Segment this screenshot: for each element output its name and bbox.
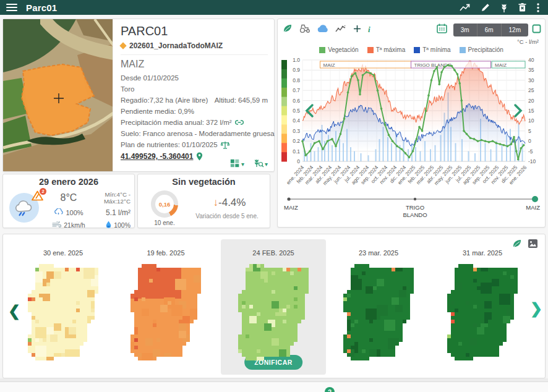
rain-probability: 100% [66, 209, 83, 216]
svg-text:40: 40 [528, 57, 534, 63]
crop-icon[interactable] [500, 3, 508, 12]
svg-text:-5: -5 [528, 148, 533, 155]
alert-count-badge: 2 [40, 188, 46, 195]
nutrient-plan-info: Plan de nutrientes: 01/10/2025 [121, 139, 218, 150]
weather-alert-icon[interactable]: 2 [32, 190, 45, 203]
crop-period-slider[interactable]: MAIZTRIGOBLANDOMAIZ [280, 194, 544, 224]
svg-text:1.0: 1.0 [293, 57, 300, 63]
current-temp: 8°C [46, 192, 91, 203]
vegetation-time-series-chart[interactable]: 0-100.1-50.200.350.4100.5150.6200.7250.8… [280, 55, 544, 192]
chevron-down-icon: ▾ [265, 161, 268, 168]
thumbnail-date: 23 mar. 2025 [332, 249, 425, 259]
ndvi-thumbnail[interactable]: 23 mar. 2025 [332, 249, 425, 373]
cloud-icon[interactable] [317, 24, 328, 35]
legend-tmax[interactable]: Tª máxima [367, 46, 406, 53]
calendar-icon[interactable] [437, 23, 447, 36]
thumbnail-date: 30 ene. 2025 [17, 249, 109, 259]
ndvi-thumbnail-selected[interactable]: 24 FEB. 2025 [227, 249, 320, 373]
svg-text:5: 5 [528, 128, 531, 134]
ndvi-thumbnail[interactable]: 30 ene. 2025 [17, 249, 109, 373]
soil-info: Suelo: Franco arenosa - Moderadamente gr… [121, 128, 275, 139]
svg-text:0: 0 [528, 138, 531, 144]
legend-precipitation[interactable]: Precipitación [460, 46, 503, 53]
leaf-icon[interactable] [283, 23, 293, 36]
menu-icon[interactable] [6, 4, 17, 11]
legend-swatch [414, 47, 420, 53]
app-header: Parc01 [0, 0, 548, 15]
svg-text:TRIGO: TRIGO [406, 204, 424, 211]
vegetation-change: -4.4% [218, 197, 246, 208]
legend-vegetation[interactable]: Vegetación [319, 46, 359, 53]
minmax-temp: Mín:4°C -Máx:12°C [91, 191, 131, 205]
crop-name: MAIZ [121, 59, 268, 70]
svg-text:0.6: 0.6 [293, 98, 300, 104]
svg-text:MAIZ: MAIZ [495, 62, 507, 68]
svg-text:10: 10 [528, 117, 534, 124]
annual-precipitation-info: Precipitación media anual: 372 l/m² [121, 117, 232, 128]
legend-swatch [460, 47, 466, 53]
wind-icon [52, 221, 61, 229]
rain-probability-icon [54, 208, 63, 217]
balance-scale-icon[interactable] [221, 141, 229, 149]
range-6m-button[interactable]: 6m [477, 23, 502, 36]
info-icon[interactable]: i [368, 25, 370, 35]
field-zones-icon[interactable]: ▾ [230, 159, 244, 168]
svg-text:BLANDO: BLANDO [403, 211, 427, 218]
delete-icon[interactable] [518, 3, 526, 12]
svg-text:0.7: 0.7 [293, 87, 300, 93]
extent-icon[interactable] [532, 24, 541, 36]
irrigation-info: Regadío:7,32 ha (Aire libre) [121, 95, 208, 106]
wind-speed: 21km/h [64, 221, 85, 229]
campaign-diamond-icon [119, 42, 126, 49]
legend-swatch [367, 47, 374, 53]
vegetation-gauge: 0,16 [151, 190, 178, 218]
svg-text:15: 15 [528, 108, 534, 114]
svg-text:0.3: 0.3 [293, 128, 300, 134]
app-title: Parc01 [26, 2, 57, 13]
vegetation-change-note: Variación desde 5 ene. [185, 213, 269, 219]
thumbnail-date: 31 mar. 2025 [436, 249, 529, 259]
ndvi-thumbnail[interactable]: 31 mar. 2025 [436, 249, 529, 373]
field-summary-card: PARC01 202601_JornadaTodoMAIZ MAIZ Desde… [2, 19, 275, 172]
plus-icon[interactable] [353, 24, 361, 35]
ndvi-thumbnail[interactable]: 19 feb. 2025 [119, 249, 212, 373]
more-icon[interactable] [537, 3, 539, 12]
chart-legend: Vegetación Tª máxima Tª mínima Precipita… [278, 46, 545, 53]
thumbnail-date: 19 feb. 2025 [119, 249, 212, 259]
coordinates-link[interactable]: 41.499529, -5.360401 [121, 151, 193, 162]
range-12m-button[interactable]: 12m [502, 23, 528, 36]
crop-since: Desde 01/10/2025 [121, 72, 179, 83]
svg-text:0.4: 0.4 [293, 117, 300, 124]
carousel-next-icon[interactable]: ❯ [530, 301, 542, 316]
stats-icon[interactable] [460, 3, 471, 12]
weather-date: 29 enero 2026 [3, 177, 134, 187]
line-chart-icon[interactable] [335, 24, 346, 35]
humidity: 100% [114, 221, 131, 229]
svg-text:20: 20 [528, 98, 534, 104]
svg-text:25: 25 [528, 87, 534, 93]
legend-swatch [319, 47, 325, 53]
weather-card: 29 enero 2026 2 8°C Mín:4°C -Máx:12°C 10… [2, 174, 135, 228]
vegetation-chart-card: i 3m 6m 12m °C - l/m² Vegetación Tª máxi… [277, 19, 546, 228]
vegetation-date: 10 ene. [150, 219, 179, 226]
edit-icon[interactable] [481, 3, 490, 12]
link-icon[interactable] [235, 119, 244, 126]
altitude-info: Altitud: 645,59 m [215, 95, 268, 106]
location-pin-icon[interactable] [196, 152, 203, 161]
vegetation-value: 0,16 [159, 201, 171, 208]
crop-history-icon[interactable]: ▾ [253, 158, 268, 168]
chart-unit-label: °C - l/m² [517, 38, 539, 45]
municipality: Toro [121, 83, 134, 95]
range-3m-button[interactable]: 3m [453, 23, 477, 36]
svg-text:0.5: 0.5 [293, 108, 300, 114]
field-satellite-map[interactable] [3, 19, 113, 171]
tractor-icon[interactable] [299, 24, 310, 35]
carousel-prev-icon[interactable]: ❮ [8, 304, 20, 318]
image-icon[interactable] [528, 239, 537, 250]
svg-text:35: 35 [528, 67, 534, 73]
ndvi-image-carousel: ZONIFICAR 30 ene. 2025 19 feb. 2025 24 F… [2, 234, 546, 378]
legend-tmin[interactable]: Tª mínima [414, 46, 450, 53]
rain-amount: 5.1 l/m² [106, 208, 131, 217]
arrow-down-icon: ↓ [213, 197, 219, 208]
svg-text:0: 0 [297, 158, 300, 164]
